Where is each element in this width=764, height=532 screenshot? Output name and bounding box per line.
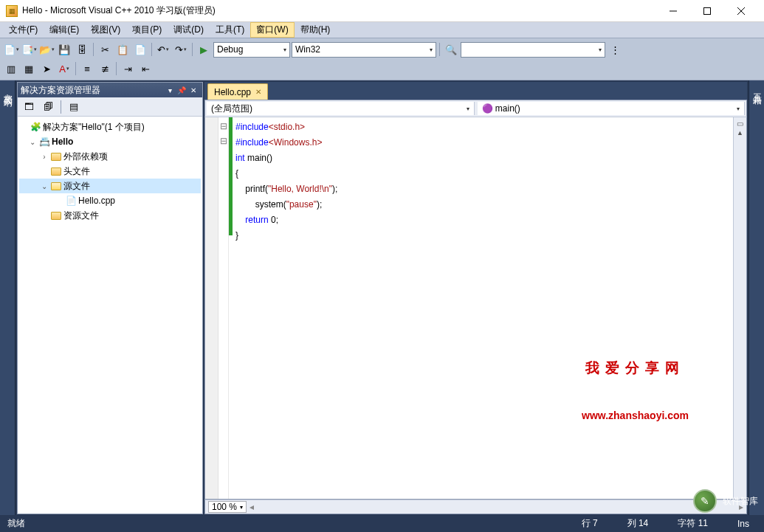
separator [116, 62, 117, 75]
status-ins: Ins [737, 519, 749, 529]
overflow-button[interactable]: ⋮ [607, 41, 623, 58]
panel-menu-icon[interactable]: ▾ [164, 84, 176, 96]
platform-combo[interactable]: Win32 [292, 42, 436, 58]
config-combo[interactable]: Debug [213, 42, 290, 58]
editor-footer: 100 % ▾ ◂ ▸ [204, 500, 747, 514]
solution-explorer-header[interactable]: 解决方案资源管理器 ▾ 📌 ✕ [18, 83, 202, 97]
properties-button[interactable]: 🗔 [21, 99, 37, 115]
menu-help[interactable]: 帮助(H) [295, 22, 337, 38]
status-line: 行 7 [582, 517, 598, 530]
view-code-button[interactable]: ▥ [3, 61, 19, 77]
menu-tools[interactable]: 工具(T) [210, 22, 250, 38]
zoom-combo[interactable]: 100 % ▾ [208, 501, 247, 513]
cpp-file-icon: 📄 [65, 195, 77, 207]
separator [151, 43, 152, 56]
scope-combo[interactable]: (全局范围) [207, 102, 475, 115]
project-icon: 📇 [38, 136, 50, 148]
undo-button[interactable]: ↶ [155, 41, 171, 58]
new-project-button[interactable]: 📄 [3, 41, 19, 58]
publisher-badge: ✎ 软件智库 [693, 489, 758, 513]
cursor-button[interactable]: ➤ [38, 61, 55, 77]
scroll-up-icon[interactable]: ▲ [737, 129, 743, 137]
find-in-files-button[interactable]: 🔍 [443, 41, 459, 58]
start-debug-button[interactable]: ▶ [196, 41, 212, 58]
panel-close-icon[interactable]: ✕ [187, 84, 199, 96]
menu-bar: 文件(F) 编辑(E) 视图(V) 项目(P) 调试(D) 工具(T) 窗口(W… [0, 22, 764, 38]
menu-window[interactable]: 窗口(W) [250, 22, 294, 38]
folder-open-icon [50, 180, 62, 192]
window-title: Hello - Microsoft Visual C++ 2010 学习版(管理… [22, 4, 656, 17]
folder-icon [50, 210, 62, 221]
editor-tabstrip: Hello.cpp ✕ [204, 82, 747, 100]
split-icon[interactable]: ▭ [737, 120, 743, 128]
member-combo[interactable]: 🟣 main() [478, 102, 746, 115]
code-editor[interactable]: ⊟⊟ #include<stdio.h> #include<Windows.h>… [204, 117, 747, 500]
add-item-button[interactable]: 📑 [21, 41, 37, 58]
separator [439, 43, 440, 56]
maximize-button[interactable] [690, 0, 724, 22]
code-content[interactable]: #include<stdio.h> #include<Windows.h> in… [233, 117, 733, 499]
project-node[interactable]: ⌄📇 Hello [19, 134, 201, 149]
find-combo[interactable] [461, 42, 605, 58]
menu-view[interactable]: 视图(V) [85, 22, 126, 38]
headers-node[interactable]: 头文件 [19, 164, 201, 179]
right-tool-tab[interactable]: 工具箱 [748, 80, 764, 516]
solution-explorer-panel: 解决方案资源管理器 ▾ 📌 ✕ 🗔 🗐 ▤ 🧩 解决方案"Hello"(1 个项… [17, 82, 203, 514]
resources-node[interactable]: 资源文件 [19, 208, 201, 223]
menu-debug[interactable]: 调试(D) [168, 22, 210, 38]
solution-toolbar: 🗔 🗐 ▤ [18, 97, 202, 117]
view-class-button[interactable]: ▤ [66, 99, 82, 115]
separator [61, 100, 61, 114]
copy-button[interactable]: 📋 [114, 41, 131, 58]
outdent-button[interactable]: ⇤ [137, 61, 154, 77]
font-size-button[interactable]: A [56, 61, 72, 77]
status-bar: 就绪 行 7 列 14 字符 11 Ins [0, 515, 764, 532]
status-char: 字符 11 [678, 517, 708, 530]
view-designer-button[interactable]: ▦ [21, 61, 37, 77]
solution-tree[interactable]: 🧩 解决方案"Hello"(1 个项目) ⌄📇 Hello › 外部依赖项 头文… [18, 117, 202, 514]
split-bar[interactable]: ▭ ▲ [733, 117, 746, 499]
title-bar: ▦ Hello - Microsoft Visual C++ 2010 学习版(… [0, 0, 764, 22]
menu-edit[interactable]: 编辑(E) [44, 22, 85, 38]
editor-area: Hello.cpp ✕ (全局范围) 🟣 main() ⊟⊟ #include<… [204, 82, 747, 514]
file-tab[interactable]: Hello.cpp ✕ [207, 83, 268, 100]
paste-button[interactable]: 📄 [132, 41, 148, 58]
external-deps-node[interactable]: › 外部依赖项 [19, 149, 201, 164]
separator [192, 43, 193, 56]
svg-rect-1 [704, 7, 711, 14]
folder-icon [50, 165, 62, 177]
pin-icon[interactable]: 📌 [176, 84, 187, 96]
minimize-button[interactable] [656, 0, 690, 22]
navigation-bar: (全局范围) 🟣 main() [204, 100, 747, 117]
toolbar-area: 📄 📑 📂 💾 🗄 ✂ 📋 📄 ↶ ↷ ▶ Debug Win32 🔍 ⋮ ▥ … [0, 38, 764, 80]
sources-node[interactable]: ⌄ 源文件 [19, 179, 201, 193]
outlining-margin[interactable]: ⊟⊟ [218, 117, 229, 499]
watermark: 我爱分享网 www.zhanshaoyi.com [582, 331, 689, 452]
redo-button[interactable]: ↷ [173, 41, 189, 58]
solution-node[interactable]: 🧩 解决方案"Hello"(1 个项目) [19, 120, 201, 134]
open-button[interactable]: 📂 [38, 41, 55, 58]
save-button[interactable]: 💾 [56, 41, 72, 58]
breakpoint-margin[interactable] [205, 117, 218, 499]
indent-button[interactable]: ⇥ [120, 61, 136, 77]
cut-button[interactable]: ✂ [97, 41, 113, 58]
solution-icon: 🧩 [30, 121, 41, 133]
source-file-node[interactable]: 📄 Hello.cpp [19, 193, 201, 208]
scroll-left-icon[interactable]: ◂ [249, 502, 254, 512]
status-col: 列 14 [627, 517, 649, 530]
left-tool-tab[interactable]: 文档大纲 [0, 80, 16, 516]
save-all-button[interactable]: 🗄 [74, 41, 90, 58]
close-button[interactable] [724, 0, 758, 22]
panel-title: 解决方案资源管理器 [21, 84, 100, 97]
status-ready: 就绪 [7, 517, 25, 530]
comment-button[interactable]: ≡ [79, 61, 95, 77]
app-icon: ▦ [6, 5, 18, 17]
main-area: 文档大纲 解决方案资源管理器 ▾ 📌 ✕ 🗔 🗐 ▤ 🧩 解决方案"Hello"… [0, 80, 764, 516]
show-all-button[interactable]: 🗐 [40, 99, 56, 115]
tab-close-icon[interactable]: ✕ [255, 88, 261, 96]
uncomment-button[interactable]: ≢ [97, 61, 113, 77]
publisher-avatar-icon: ✎ [693, 489, 717, 513]
menu-project[interactable]: 项目(P) [126, 22, 168, 38]
publisher-name: 软件智库 [723, 495, 758, 508]
menu-file[interactable]: 文件(F) [3, 22, 44, 38]
